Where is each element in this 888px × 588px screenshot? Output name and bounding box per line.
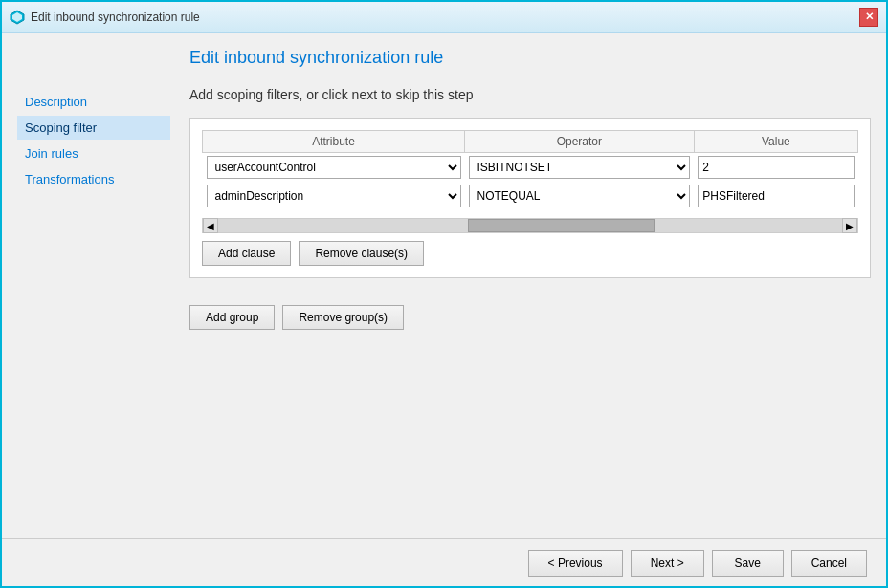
value-cell-2 — [694, 182, 857, 210]
filter-container: Attribute Operator Value userAccountCont… — [189, 118, 871, 278]
scroll-right-arrow[interactable]: ▶ — [842, 218, 857, 233]
column-value: Value — [694, 131, 857, 153]
footer: < Previous Next > Save Cancel — [2, 538, 886, 586]
table-row: adminDescription NOTEQUAL — [203, 182, 858, 210]
content-area: Description Scoping filter Join rules Tr… — [2, 33, 886, 538]
next-button[interactable]: Next > — [631, 550, 704, 577]
sidebar-item-description[interactable]: Description — [17, 90, 170, 114]
page-heading: Edit inbound synchronization rule — [189, 48, 871, 68]
column-operator: Operator — [465, 131, 695, 153]
add-clause-button[interactable]: Add clause — [202, 241, 291, 266]
table-row: userAccountControl ISBITNOTSET — [203, 153, 858, 183]
attribute-select-1[interactable]: userAccountControl — [207, 156, 461, 179]
attribute-cell-1: userAccountControl — [203, 153, 465, 183]
operator-select-1[interactable]: ISBITNOTSET — [469, 156, 691, 179]
scroll-thumb[interactable] — [468, 219, 655, 232]
main-content: Edit inbound synchronization rule Add sc… — [189, 48, 871, 523]
operator-cell-1: ISBITNOTSET — [465, 153, 695, 183]
title-bar: Edit inbound synchronization rule ✕ — [2, 2, 886, 33]
operator-cell-2: NOTEQUAL — [465, 182, 695, 210]
scroll-track[interactable] — [218, 219, 842, 232]
close-button[interactable]: ✕ — [859, 8, 878, 27]
horizontal-scrollbar: ◀ ▶ — [202, 218, 858, 233]
step-description: Add scoping filters, or click next to sk… — [189, 87, 871, 102]
value-input-1[interactable] — [698, 156, 854, 179]
remove-clauses-button[interactable]: Remove clause(s) — [299, 241, 424, 266]
title-bar-left: Edit inbound synchronization rule — [10, 10, 200, 25]
filter-table: Attribute Operator Value userAccountCont… — [202, 130, 858, 210]
remove-groups-button[interactable]: Remove group(s) — [282, 305, 404, 330]
sidebar: Description Scoping filter Join rules Tr… — [17, 48, 170, 523]
main-window: Edit inbound synchronization rule ✕ Desc… — [0, 0, 888, 588]
app-icon — [10, 10, 25, 25]
attribute-select-2[interactable]: adminDescription — [207, 185, 461, 207]
sidebar-item-transformations[interactable]: Transformations — [17, 167, 170, 191]
scroll-left-arrow[interactable]: ◀ — [203, 218, 218, 233]
group-buttons: Add group Remove group(s) — [189, 305, 871, 330]
clause-buttons: Add clause Remove clause(s) — [202, 241, 858, 266]
save-button[interactable]: Save — [712, 550, 784, 577]
previous-button[interactable]: < Previous — [528, 550, 623, 577]
sidebar-item-scoping-filter[interactable]: Scoping filter — [17, 116, 170, 140]
column-attribute: Attribute — [203, 131, 465, 153]
cancel-button[interactable]: Cancel — [791, 550, 867, 577]
value-input-2[interactable] — [698, 185, 854, 207]
sidebar-item-join-rules[interactable]: Join rules — [17, 142, 170, 165]
value-cell-1 — [694, 153, 857, 183]
attribute-cell-2: adminDescription — [203, 182, 465, 210]
add-group-button[interactable]: Add group — [189, 305, 275, 330]
title-text: Edit inbound synchronization rule — [31, 11, 200, 24]
operator-select-2[interactable]: NOTEQUAL — [469, 185, 691, 207]
